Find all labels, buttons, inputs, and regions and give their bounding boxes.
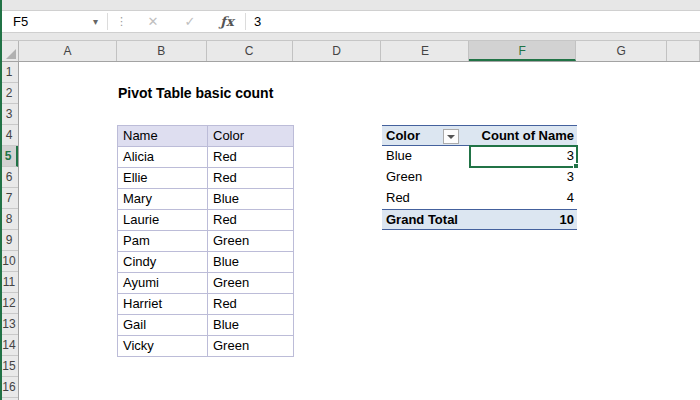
data-table-row: AliciaRed (118, 147, 294, 168)
row-header-5[interactable]: 5 (0, 146, 18, 167)
source-data-table: NameColorAliciaRedEllieRedMaryBlueLaurie… (117, 125, 294, 357)
data-table-cell[interactable]: Red (208, 168, 294, 189)
data-table-cell[interactable]: Gail (118, 315, 208, 336)
formula-bar-chrome: F5 ▾ ⋮ ✕ ✓ ƒx 3 (0, 0, 700, 40)
data-table-header-name[interactable]: Name (118, 126, 208, 147)
pivot-grand-total-label[interactable]: Grand Total (382, 210, 470, 229)
row-header-11[interactable]: 11 (0, 272, 18, 293)
data-table-header-row: NameColor (118, 126, 294, 147)
data-table-row: CindyBlue (118, 252, 294, 273)
data-table-row: EllieRed (118, 168, 294, 189)
pivot-row-value[interactable]: 4 (470, 188, 577, 209)
data-table-cell[interactable]: Laurie (118, 210, 208, 231)
column-header-D[interactable]: D (293, 41, 382, 61)
column-header-partial[interactable] (667, 41, 700, 61)
column-header-E[interactable]: E (381, 41, 469, 61)
pivot-grand-total-row: Grand Total10 (382, 209, 577, 230)
row-header-6[interactable]: 6 (0, 167, 18, 188)
row-header-1[interactable]: 1 (0, 62, 18, 83)
column-header-B[interactable]: B (117, 41, 207, 61)
data-table-cell[interactable]: Blue (208, 189, 294, 210)
data-table-cell[interactable]: Green (208, 231, 294, 252)
row-header-band: 12345678910111213141516 (0, 62, 19, 400)
row-header-7[interactable]: 7 (0, 188, 18, 209)
data-table-header-color[interactable]: Color (208, 126, 294, 147)
pivot-table: ColorCount of NameBlue3Green3Red4Grand T… (382, 125, 577, 230)
data-table-row: VickyGreen (118, 336, 294, 357)
pivot-row-field-header[interactable]: Color (382, 126, 470, 145)
formula-input[interactable]: 3 (254, 11, 698, 32)
data-table-cell[interactable]: Red (208, 210, 294, 231)
row-header-8[interactable]: 8 (0, 209, 18, 230)
pivot-row: Green3 (382, 167, 577, 188)
data-table-cell[interactable]: Alicia (118, 147, 208, 168)
pivot-row-label[interactable]: Blue (382, 146, 470, 167)
row-header-15[interactable]: 15 (0, 356, 18, 377)
data-table-row: AyumiGreen (118, 273, 294, 294)
filter-dropdown-button[interactable] (443, 129, 459, 144)
data-table-cell[interactable]: Mary (118, 189, 208, 210)
data-table-row: GailBlue (118, 315, 294, 336)
data-table-cell[interactable]: Harriet (118, 294, 208, 315)
insert-function-icon[interactable]: ƒx (214, 11, 240, 32)
pivot-grand-total-value[interactable]: 10 (470, 210, 577, 229)
row-header-2[interactable]: 2 (0, 83, 18, 104)
pivot-values-header[interactable]: Count of Name (470, 126, 577, 145)
column-header-A[interactable]: A (19, 41, 117, 61)
row-header-14[interactable]: 14 (0, 335, 18, 356)
window-edge (0, 0, 2, 400)
data-table-cell[interactable]: Blue (208, 252, 294, 273)
data-table-cell[interactable]: Pam (118, 231, 208, 252)
data-table-row: LaurieRed (118, 210, 294, 231)
select-all-button[interactable] (0, 41, 19, 61)
pivot-header-row: ColorCount of Name (382, 125, 577, 146)
divider (107, 13, 108, 30)
row-header-10[interactable]: 10 (0, 251, 18, 272)
formula-bar-splitter-icon[interactable]: ⋮ (116, 11, 126, 32)
cancel-icon[interactable]: ✕ (140, 11, 166, 32)
sheet-title-cell[interactable]: Pivot Table basic count (118, 83, 273, 104)
data-table-cell[interactable]: Green (208, 336, 294, 357)
data-table-cell[interactable]: Vicky (118, 336, 208, 357)
pivot-row: Red4 (382, 188, 577, 209)
name-box-dropdown-icon[interactable]: ▾ (93, 11, 98, 32)
name-box[interactable]: F5 ▾ (3, 11, 103, 32)
formula-bar: F5 ▾ ⋮ ✕ ✓ ƒx 3 (0, 10, 700, 33)
row-header-4[interactable]: 4 (0, 125, 18, 146)
data-table-row: MaryBlue (118, 189, 294, 210)
row-header-9[interactable]: 9 (0, 230, 18, 251)
data-table-row: PamGreen (118, 231, 294, 252)
name-box-value: F5 (13, 11, 28, 32)
data-table-cell[interactable]: Red (208, 147, 294, 168)
sheet-canvas[interactable]: Pivot Table basic count NameColorAliciaR… (19, 62, 700, 400)
row-header-12[interactable]: 12 (0, 293, 18, 314)
row-header-3[interactable]: 3 (0, 104, 18, 125)
column-header-G[interactable]: G (576, 41, 667, 61)
data-table-cell[interactable]: Ellie (118, 168, 208, 189)
pivot-row-label[interactable]: Green (382, 167, 470, 188)
row-header-13[interactable]: 13 (0, 314, 18, 335)
data-table-cell[interactable]: Cindy (118, 252, 208, 273)
pivot-row-value[interactable]: 3 (470, 167, 577, 188)
enter-icon[interactable]: ✓ (177, 11, 203, 32)
data-table-row: HarrietRed (118, 294, 294, 315)
fill-handle[interactable] (573, 163, 579, 169)
data-table-cell[interactable]: Green (208, 273, 294, 294)
pivot-row-label[interactable]: Red (382, 188, 470, 209)
data-table-cell[interactable]: Blue (208, 315, 294, 336)
column-header-band: ABCDEFG (0, 40, 700, 62)
column-header-C[interactable]: C (207, 41, 293, 61)
data-table-cell[interactable]: Ayumi (118, 273, 208, 294)
row-header-16[interactable]: 16 (0, 377, 18, 398)
active-cell-selection[interactable] (469, 145, 578, 168)
select-all-triangle-icon (6, 49, 16, 59)
filter-dropdown-icon (447, 135, 455, 139)
data-table-cell[interactable]: Red (208, 294, 294, 315)
column-header-F[interactable]: F (469, 41, 576, 61)
divider (245, 13, 246, 30)
